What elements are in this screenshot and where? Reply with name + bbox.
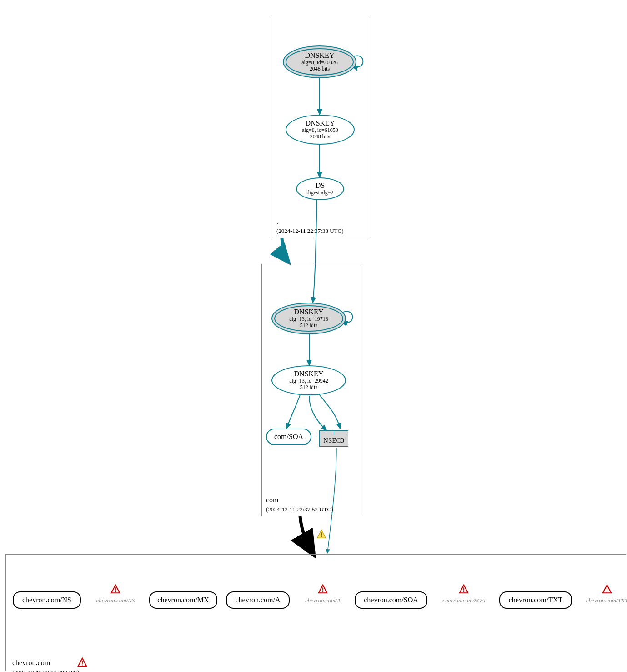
ghost-record: chevron.com/A [298, 597, 348, 604]
node-title: DS [316, 182, 325, 190]
node-label: NSEC3 [323, 437, 344, 445]
svg-rect-1 [321, 536, 322, 537]
error-icon [110, 584, 120, 594]
node-title: DNSKEY [294, 370, 324, 378]
node-line2: 512 bits [300, 323, 317, 329]
node-line2: 2048 bits [310, 134, 330, 140]
error-icon [318, 584, 328, 594]
svg-rect-7 [322, 591, 323, 592]
com-soa: com/SOA [266, 429, 311, 445]
record-label: chevron.com/A [235, 596, 280, 604]
ghost-record: chevron.com/NS [89, 597, 142, 604]
ghost-record: chevron.com/SOA [436, 597, 492, 604]
record-label: chevron.com/NS [22, 596, 71, 604]
dnssec-graph: . (2024-12-11 22:37:33 UTC) DNSKEY alg=8… [0, 0, 627, 672]
zone-root-timestamp: (2024-12-11 22:37:33 UTC) [276, 227, 344, 235]
record-chevron-com-mx: chevron.com/MX [149, 591, 217, 609]
node-line2: 2048 bits [310, 66, 330, 72]
svg-rect-5 [115, 591, 116, 592]
svg-rect-11 [607, 591, 607, 592]
error-icon [77, 657, 87, 667]
node-line2: 512 bits [300, 384, 317, 391]
record-chevron-com-a: chevron.com/A [226, 591, 290, 609]
error-icon [602, 584, 612, 594]
com-nsec3: NSEC3 [319, 430, 348, 447]
svg-rect-2 [82, 661, 83, 663]
node-title: DNSKEY [294, 308, 324, 316]
node-line1: alg=8, id=61050 [302, 127, 338, 134]
error-icon [459, 584, 469, 594]
zone-domain-timestamp: (2024-12-11 23:07:29 UTC) [12, 669, 80, 672]
ghost-record: chevron.com/TXT [580, 597, 627, 604]
svg-rect-8 [463, 587, 464, 590]
node-line1: alg=13, id=19718 [289, 316, 328, 323]
record-label: chevron.com/SOA [364, 596, 418, 604]
com-ksk: DNSKEY alg=13, id=19718 512 bits [271, 303, 346, 334]
zone-domain-name: chevron.com [12, 659, 50, 667]
node-line1: digest alg=2 [306, 190, 333, 196]
root-ksk: DNSKEY alg=8, id=20326 2048 bits [283, 45, 356, 78]
root-ds: DS digest alg=2 [296, 177, 344, 200]
node-title: DNSKEY [305, 51, 335, 60]
svg-rect-3 [82, 665, 83, 666]
zone-root-name: . [276, 217, 278, 226]
node-line1: alg=8, id=20326 [301, 60, 338, 66]
svg-rect-4 [115, 587, 116, 590]
root-zsk: DNSKEY alg=8, id=61050 2048 bits [286, 115, 355, 145]
record-chevron-com-txt: chevron.com/TXT [499, 591, 572, 609]
node-label: com/SOA [274, 433, 303, 441]
zone-com-name: com [266, 496, 279, 504]
com-zsk: DNSKEY alg=13, id=29942 512 bits [271, 365, 346, 395]
svg-rect-6 [322, 587, 323, 590]
svg-rect-0 [321, 532, 322, 535]
svg-rect-9 [463, 591, 464, 592]
warning-icon [316, 529, 326, 539]
node-title: DNSKEY [306, 119, 335, 127]
record-label: chevron.com/MX [157, 596, 209, 604]
zone-domain [5, 554, 626, 671]
svg-rect-10 [607, 587, 607, 590]
record-chevron-com-soa: chevron.com/SOA [355, 591, 427, 609]
node-line1: alg=13, id=29942 [289, 378, 328, 384]
record-label: chevron.com/TXT [509, 596, 563, 604]
record-chevron-com-ns: chevron.com/NS [13, 591, 81, 609]
zone-com-timestamp: (2024-12-11 22:37:52 UTC) [266, 506, 333, 513]
